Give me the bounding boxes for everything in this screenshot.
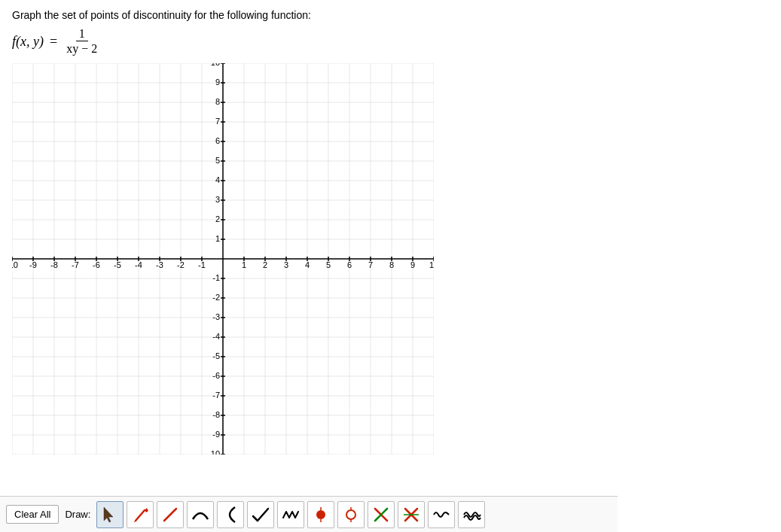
svg-point-7	[346, 510, 355, 519]
equals-sign: =	[50, 34, 57, 50]
function-display: f(x, y) = 1 xy − 2	[12, 27, 769, 56]
graph-canvas[interactable]	[12, 63, 434, 454]
draw-label: Draw:	[65, 509, 90, 520]
tool-arc-left-button[interactable]	[217, 501, 244, 528]
instruction-text: Graph the set of points of discontinuity…	[12, 9, 769, 21]
tool-cross-x-button[interactable]	[368, 501, 395, 528]
denominator: xy − 2	[63, 42, 100, 56]
tool-dot-open-button[interactable]	[337, 501, 365, 528]
svg-marker-1	[145, 508, 148, 512]
toolbar: Clear All Draw:	[0, 496, 618, 532]
tool-arc-up-button[interactable]	[187, 501, 214, 528]
svg-point-4	[316, 510, 325, 519]
function-name: f(x, y)	[12, 34, 44, 50]
tool-wave2-button[interactable]	[458, 501, 485, 528]
fraction: 1 xy − 2	[63, 27, 100, 56]
tool-select-button[interactable]	[96, 501, 124, 528]
tool-checkmark-button[interactable]	[247, 501, 274, 528]
svg-line-0	[136, 510, 145, 521]
svg-line-3	[164, 509, 176, 521]
tool-cross-x2-button[interactable]	[398, 501, 425, 528]
clear-all-button[interactable]: Clear All	[6, 505, 59, 524]
tool-pencil-button[interactable]	[127, 501, 154, 528]
tool-dot-solid-button[interactable]	[307, 501, 334, 528]
tool-zigzag-button[interactable]	[277, 501, 304, 528]
tool-line-button[interactable]	[157, 501, 184, 528]
numerator: 1	[76, 27, 88, 41]
graph-container[interactable]	[12, 63, 434, 454]
tool-wave1-button[interactable]	[428, 501, 455, 528]
